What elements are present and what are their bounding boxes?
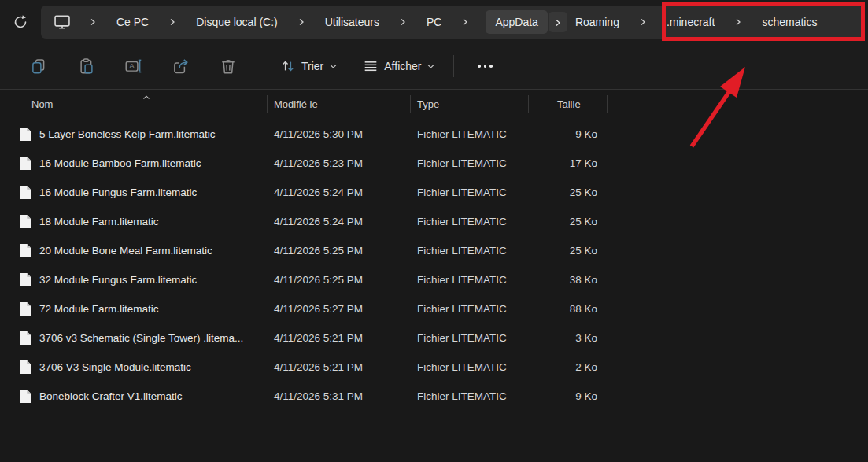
- chevron-down-icon: [330, 64, 337, 69]
- file-icon: [20, 331, 31, 346]
- svg-text:A: A: [129, 61, 135, 70]
- chevron-right-icon: [298, 18, 305, 26]
- file-icon: [20, 156, 31, 171]
- sort-ascending-icon: [142, 91, 150, 102]
- table-row[interactable]: Boneblock Crafter V1.litematic 4/11/2026…: [0, 382, 868, 411]
- file-modified: 4/11/2026 5:24 PM: [268, 187, 411, 198]
- more-options-icon: [478, 65, 481, 68]
- file-type: Fichier LITEMATIC: [411, 128, 529, 140]
- delete-button[interactable]: [211, 50, 246, 82]
- chevron-right-icon: [640, 18, 646, 26]
- refresh-icon: [13, 14, 28, 30]
- file-name: 5 Layer Boneless Kelp Farm.litematic: [39, 128, 216, 140]
- file-modified: 4/11/2026 5:24 PM: [268, 216, 411, 227]
- rename-icon: A: [125, 58, 142, 74]
- file-type: Fichier LITEMATIC: [411, 390, 529, 402]
- file-name: 32 Module Fungus Farm.litematic: [39, 274, 197, 286]
- file-type: Fichier LITEMATIC: [411, 303, 529, 315]
- address-bar[interactable]: Ce PC Disque local (C:) Utilisateurs PC …: [41, 6, 862, 39]
- sort-button[interactable]: Trier: [271, 50, 346, 82]
- table-row[interactable]: 16 Module Fungus Farm.litematic 4/11/202…: [0, 178, 868, 207]
- table-row[interactable]: 3706 v3 Schematic (Single Tower) .litema…: [0, 323, 868, 353]
- file-icon: [20, 185, 31, 200]
- appdata-dropdown-chevron[interactable]: [549, 12, 567, 32]
- view-icon: [364, 59, 378, 73]
- file-size: 25 Ko: [529, 245, 608, 257]
- breadcrumb-item-utilisateurs[interactable]: Utilisateurs: [322, 12, 382, 32]
- table-row[interactable]: 72 Module Farm.litematic 4/11/2026 5:27 …: [0, 294, 868, 323]
- table-row[interactable]: 3706 V3 Single Module.litematic 4/11/202…: [0, 353, 868, 382]
- rename-button[interactable]: A: [116, 50, 151, 82]
- column-header-name[interactable]: Nom: [0, 90, 268, 118]
- breadcrumb-item-roaming[interactable]: Roaming: [572, 12, 622, 32]
- file-modified: 4/11/2026 5:21 PM: [268, 332, 411, 344]
- breadcrumb-item-appdata[interactable]: AppData: [486, 10, 547, 34]
- this-pc-icon[interactable]: [52, 13, 72, 31]
- table-row[interactable]: 16 Module Bamboo Farm.litematic 4/11/202…: [0, 149, 868, 178]
- file-size: 25 Ko: [529, 216, 608, 227]
- chevron-right-icon: [90, 18, 96, 26]
- sort-button-label: Trier: [301, 60, 323, 72]
- file-type: Fichier LITEMATIC: [411, 187, 529, 198]
- file-icon: [20, 214, 31, 229]
- view-button[interactable]: Afficher: [354, 50, 444, 82]
- column-header-modified[interactable]: Modifié le: [268, 90, 411, 118]
- breadcrumb-item-pc[interactable]: PC: [423, 12, 445, 32]
- list-header: Nom Modifié le Type Taille: [0, 90, 868, 118]
- breadcrumb-item-disque-local[interactable]: Disque local (C:): [193, 12, 280, 32]
- file-list: 5 Layer Boneless Kelp Farm.litematic 4/1…: [0, 120, 868, 411]
- column-header-type[interactable]: Type: [411, 90, 529, 118]
- file-type: Fichier LITEMATIC: [411, 157, 529, 169]
- chevron-right-icon: [462, 18, 468, 26]
- file-name: 3706 v3 Schematic (Single Tower) .litema…: [39, 332, 243, 344]
- copy-button[interactable]: [22, 50, 57, 82]
- file-name: 16 Module Fungus Farm.litematic: [39, 187, 197, 198]
- table-row[interactable]: 5 Layer Boneless Kelp Farm.litematic 4/1…: [0, 120, 868, 149]
- breadcrumb-item-minecraft[interactable]: .minecraft: [663, 12, 718, 32]
- table-row[interactable]: 20 Module Bone Meal Farm.litematic 4/11/…: [0, 236, 868, 265]
- view-button-label: Afficher: [384, 60, 421, 72]
- file-modified: 4/11/2026 5:23 PM: [268, 157, 411, 169]
- file-size: 2 Ko: [529, 361, 608, 373]
- copy-icon: [31, 58, 47, 74]
- file-modified: 4/11/2026 5:31 PM: [268, 390, 411, 402]
- file-modified: 4/11/2026 5:30 PM: [268, 128, 411, 140]
- file-type: Fichier LITEMATIC: [411, 332, 529, 344]
- table-row[interactable]: 32 Module Fungus Farm.litematic 4/11/202…: [0, 265, 868, 294]
- chevron-right-icon: [735, 18, 741, 26]
- file-name: Boneblock Crafter V1.litematic: [39, 390, 183, 402]
- file-icon: [20, 272, 31, 287]
- file-type: Fichier LITEMATIC: [411, 361, 529, 373]
- share-button[interactable]: [164, 50, 198, 82]
- share-icon: [173, 58, 189, 74]
- more-options-button[interactable]: [465, 50, 505, 82]
- column-header-size[interactable]: Taille: [529, 90, 608, 118]
- breadcrumb-item-ce-pc[interactable]: Ce PC: [113, 12, 152, 32]
- file-name: 3706 V3 Single Module.litematic: [39, 361, 191, 373]
- file-icon: [20, 389, 31, 404]
- breadcrumb-item-schematics[interactable]: schematics: [759, 12, 820, 32]
- table-row[interactable]: 18 Module Farm.litematic 4/11/2026 5:24 …: [0, 207, 868, 236]
- column-header-filler: [608, 90, 868, 118]
- paste-button[interactable]: [69, 50, 104, 82]
- command-toolbar: A Trier: [0, 43, 868, 90]
- toolbar-separator: [453, 55, 454, 77]
- file-modified: 4/11/2026 5:21 PM: [268, 361, 411, 373]
- file-size: 9 Ko: [529, 390, 608, 402]
- file-type: Fichier LITEMATIC: [411, 274, 529, 286]
- file-name: 72 Module Farm.litematic: [39, 303, 159, 315]
- file-size: 9 Ko: [529, 128, 608, 140]
- file-modified: 4/11/2026 5:25 PM: [268, 274, 411, 286]
- paste-icon: [79, 58, 94, 74]
- toolbar-separator: [260, 55, 260, 77]
- file-type: Fichier LITEMATIC: [411, 245, 529, 257]
- file-name: 18 Module Farm.litematic: [39, 216, 159, 227]
- file-icon: [20, 243, 31, 258]
- file-icon: [20, 301, 31, 316]
- file-name: 16 Module Bamboo Farm.litematic: [39, 157, 201, 169]
- file-size: 17 Ko: [529, 157, 608, 169]
- refresh-button[interactable]: [6, 8, 35, 36]
- file-name: 20 Module Bone Meal Farm.litematic: [39, 245, 212, 257]
- chevron-right-icon: [400, 18, 406, 26]
- top-bar: Ce PC Disque local (C:) Utilisateurs PC …: [0, 0, 868, 43]
